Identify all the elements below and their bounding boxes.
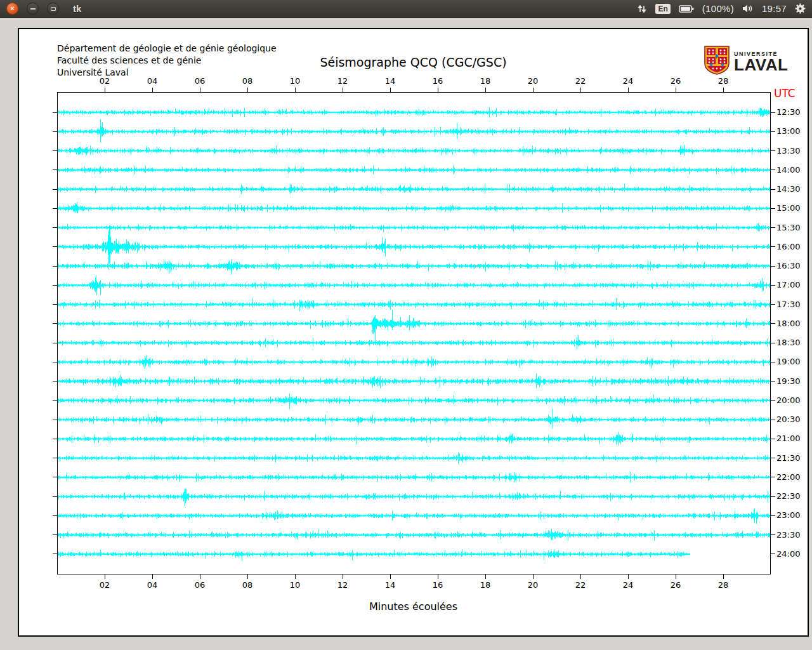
- x-tick-top: [390, 88, 391, 92]
- x-tick-top: [343, 88, 343, 92]
- row-tick-left: [53, 169, 57, 170]
- row-tick-left: [53, 112, 57, 113]
- row-tick-left: [53, 554, 57, 554]
- x-tick-label-top: 22: [575, 76, 586, 86]
- row-tick-right: [771, 246, 775, 247]
- row-tick-left: [53, 266, 57, 267]
- updown-arrows-icon[interactable]: [637, 4, 647, 14]
- utc-row-label: 13:00: [776, 126, 800, 136]
- laval-shield-icon: [704, 46, 730, 77]
- x-tick-label-top: 28: [718, 76, 729, 86]
- window-title: tk: [73, 3, 81, 14]
- utc-row-label: 21:00: [776, 434, 800, 443]
- x-tick-label-top: 14: [385, 76, 396, 86]
- x-tick-bottom: [105, 574, 105, 579]
- gear-icon[interactable]: [795, 3, 806, 14]
- row-tick-left: [53, 400, 57, 401]
- x-tick-bottom: [295, 574, 296, 579]
- row-tick-left: [53, 131, 57, 132]
- row-tick-left: [53, 420, 57, 420]
- x-tick-label-bottom: 06: [195, 580, 206, 590]
- utc-row-label: 13:30: [776, 146, 800, 156]
- battery-icon[interactable]: [679, 4, 694, 13]
- row-tick-left: [53, 381, 57, 381]
- x-tick-bottom: [533, 574, 534, 579]
- x-tick-label-bottom: 22: [575, 580, 586, 590]
- maximize-button[interactable]: [47, 3, 59, 15]
- x-tick-top: [295, 88, 296, 92]
- x-tick-top: [152, 88, 153, 92]
- x-tick-label-bottom: 08: [242, 580, 253, 590]
- laval-logo: UNIVERSITÉ LAVAL: [704, 46, 788, 77]
- row-tick-right: [771, 150, 775, 151]
- row-tick-right: [771, 208, 775, 209]
- x-axis-title: Minutes écoulées: [19, 600, 808, 613]
- row-tick-left: [53, 458, 57, 458]
- row-tick-left: [53, 496, 57, 497]
- row-tick-right: [771, 439, 775, 439]
- row-tick-left: [53, 323, 57, 324]
- x-tick-top: [723, 88, 724, 92]
- x-tick-top: [247, 88, 248, 92]
- x-tick-top: [200, 88, 200, 92]
- row-tick-left: [53, 285, 57, 286]
- utc-row-label: 15:00: [776, 203, 800, 213]
- x-tick-bottom: [200, 574, 200, 579]
- row-tick-left: [53, 343, 57, 343]
- row-tick-right: [771, 496, 775, 497]
- volume-icon[interactable]: [742, 4, 754, 13]
- x-tick-label-top: 26: [671, 76, 681, 86]
- utc-row-label: 18:00: [776, 319, 800, 328]
- battery-percent-label[interactable]: (100%): [702, 3, 734, 14]
- row-tick-left: [53, 304, 57, 305]
- row-tick-left: [53, 189, 57, 190]
- x-tick-bottom: [438, 574, 438, 579]
- minimize-icon: [30, 8, 36, 10]
- utc-row-label: 20:00: [776, 395, 800, 405]
- row-tick-right: [771, 554, 775, 554]
- utc-row-label: 19:00: [776, 357, 800, 366]
- utc-row-label: 22:00: [776, 472, 800, 482]
- row-tick-left: [53, 227, 57, 228]
- close-button[interactable]: ×: [6, 3, 18, 15]
- row-tick-right: [771, 304, 775, 305]
- x-tick-label-bottom: 02: [100, 580, 110, 590]
- x-tick-top: [438, 88, 438, 92]
- x-tick-bottom: [676, 574, 676, 579]
- row-tick-right: [771, 400, 775, 401]
- x-tick-label-top: 24: [623, 76, 634, 86]
- row-tick-right: [771, 515, 775, 516]
- x-tick-bottom: [628, 574, 629, 579]
- row-tick-left: [53, 150, 57, 151]
- x-tick-top: [676, 88, 676, 92]
- row-tick-right: [771, 381, 775, 381]
- x-tick-bottom: [580, 574, 581, 579]
- row-tick-left: [53, 246, 57, 247]
- row-tick-right: [771, 343, 775, 343]
- x-tick-bottom: [152, 574, 153, 579]
- row-tick-left: [53, 208, 57, 209]
- x-tick-label-top: 12: [337, 76, 348, 86]
- utc-row-label: 18:30: [776, 338, 800, 347]
- x-tick-bottom: [485, 574, 486, 579]
- row-tick-left: [53, 477, 57, 477]
- utc-row-label: 16:30: [776, 261, 800, 270]
- row-tick-right: [771, 266, 775, 267]
- keyboard-layout-indicator[interactable]: En: [655, 4, 670, 14]
- institution-line-1: Département de géologie et de génie géol…: [57, 43, 277, 55]
- seismogram-canvas: [57, 92, 771, 574]
- x-tick-label-bottom: 24: [623, 580, 634, 590]
- utc-row-label: 23:30: [776, 530, 800, 540]
- utc-row-label: 22:30: [776, 491, 800, 501]
- x-tick-label-bottom: 18: [480, 580, 491, 590]
- x-tick-label-top: 02: [100, 76, 110, 86]
- x-tick-label-top: 20: [528, 76, 539, 86]
- row-tick-right: [771, 285, 775, 286]
- row-tick-right: [771, 458, 775, 458]
- utc-row-label: 24:00: [776, 549, 800, 559]
- minimize-button[interactable]: [27, 3, 39, 15]
- page-title: Séismographe QCQ (CGC/GSC): [19, 55, 808, 69]
- clock-label[interactable]: 19:57: [762, 3, 787, 14]
- x-tick-label-bottom: 28: [718, 580, 729, 590]
- window-controls: ×: [6, 3, 59, 15]
